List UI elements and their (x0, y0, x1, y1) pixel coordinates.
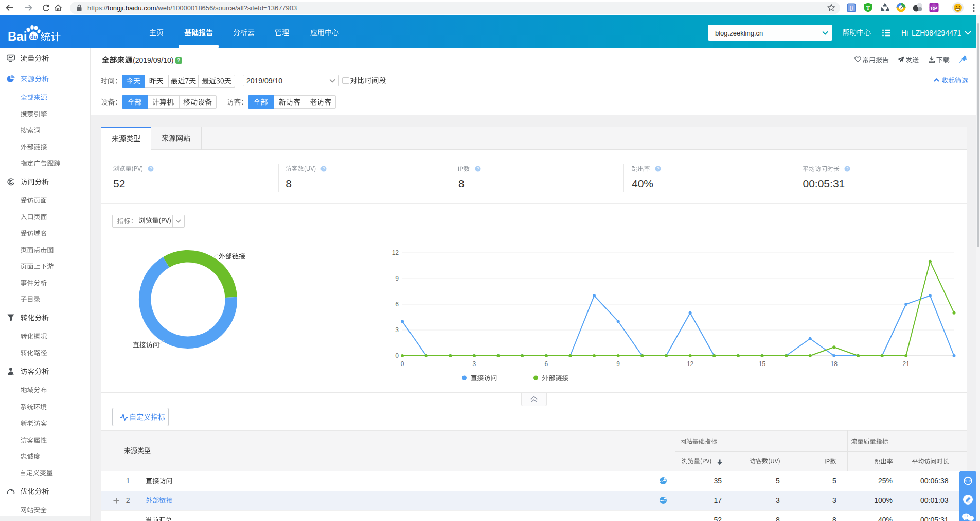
svg-text:6: 6 (395, 301, 399, 308)
svg-text:?: ? (846, 166, 849, 171)
svg-text:?: ? (657, 166, 660, 171)
svg-text:15: 15 (759, 360, 766, 368)
svg-text:3: 3 (395, 326, 399, 334)
svg-text:?: ? (323, 166, 325, 171)
svg-text:?: ? (150, 166, 152, 171)
svg-text:6: 6 (544, 360, 548, 368)
svg-text:T: T (866, 5, 870, 11)
svg-text:RP: RP (931, 6, 937, 11)
svg-text:9: 9 (616, 360, 620, 368)
svg-text:{}: {} (849, 5, 853, 11)
svg-text:0: 0 (401, 360, 404, 368)
svg-text:du: du (30, 33, 37, 40)
svg-text:0: 0 (395, 352, 399, 359)
svg-text:9: 9 (395, 275, 399, 282)
svg-text:3: 3 (473, 360, 476, 368)
svg-text:12: 12 (392, 249, 399, 256)
svg-text:21: 21 (903, 360, 910, 368)
svg-text:18: 18 (831, 360, 838, 368)
svg-text:12: 12 (687, 360, 694, 368)
svg-text:?: ? (477, 166, 479, 171)
